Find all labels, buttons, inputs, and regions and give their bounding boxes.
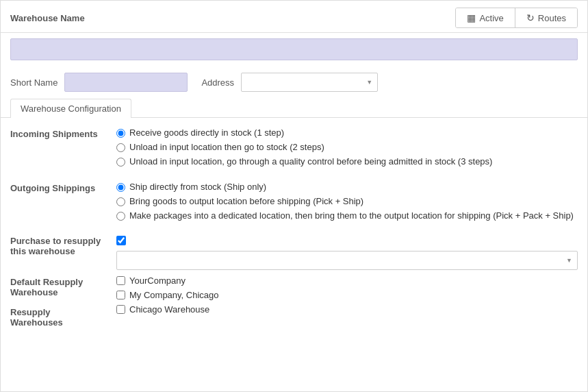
warehouse-checkbox-yourcompany[interactable]: YourCompany xyxy=(116,275,578,286)
purchase-resupply-label: Purchase to resupply this warehouse xyxy=(10,236,116,256)
warehouse-name-row xyxy=(1,33,587,66)
address-group: Address xyxy=(201,73,378,92)
outgoing-radio-2[interactable] xyxy=(116,197,125,206)
checkbox-my-company-chicago[interactable] xyxy=(116,291,125,299)
incoming-shipments-options: Receive goods directly in stock (1 step)… xyxy=(116,127,578,171)
purchase-checkbox-row xyxy=(116,236,578,245)
tab-bar: Warehouse Configuration xyxy=(10,99,578,118)
default-resupply-select-wrapper xyxy=(116,251,578,270)
header-buttons-group: ▦ Active ↻ Routes xyxy=(455,8,578,28)
outgoing-shippings-options: Ship directly from stock (Ship only) Bri… xyxy=(116,182,578,225)
resupply-warehouses-label: Resupply Warehouses xyxy=(10,307,116,328)
incoming-radio-2[interactable] xyxy=(116,143,125,152)
short-name-input[interactable] xyxy=(64,73,188,92)
routes-icon: ↻ xyxy=(526,12,535,23)
outgoing-shippings-label: Outgoing Shippings xyxy=(10,182,116,193)
resupply-controls: YourCompany My Company, Chicago Chicago … xyxy=(116,236,578,319)
active-icon: ▦ xyxy=(467,12,476,23)
incoming-shipments-label: Incoming Shipments xyxy=(10,127,116,139)
warehouse-name-input[interactable] xyxy=(10,38,578,60)
warehouse-checkbox-chicago[interactable]: My Company, Chicago xyxy=(116,290,578,300)
outgoing-shippings-row: Outgoing Shippings Ship directly from st… xyxy=(10,182,578,225)
header-row: Warehouse Name ▦ Active ↻ Routes xyxy=(1,1,587,33)
routes-button[interactable]: ↻ Routes xyxy=(515,8,577,27)
incoming-option-1[interactable]: Receive goods directly in stock (1 step) xyxy=(116,127,578,138)
incoming-shipments-row: Incoming Shipments Receive goods directl… xyxy=(10,127,578,171)
checkbox-yourcompany[interactable] xyxy=(116,276,125,285)
warehouse-checkbox-chicago-warehouse[interactable]: Chicago Warehouse xyxy=(116,304,578,315)
default-resupply-label: Default Resupply Warehouse xyxy=(10,277,116,297)
tab-section: Warehouse Configuration xyxy=(1,99,587,118)
address-select-wrapper xyxy=(241,73,378,92)
outgoing-option-1[interactable]: Ship directly from stock (Ship only) xyxy=(116,182,578,192)
warehouse-checkboxes: YourCompany My Company, Chicago Chicago … xyxy=(116,275,578,315)
active-button[interactable]: ▦ Active xyxy=(456,8,515,27)
checkbox-chicago-warehouse[interactable] xyxy=(116,305,125,314)
default-resupply-dropdown-row xyxy=(116,251,578,270)
address-label: Address xyxy=(201,77,234,88)
purchase-resupply-checkbox[interactable] xyxy=(116,236,126,245)
outgoing-radio-1[interactable] xyxy=(116,183,125,192)
incoming-option-3[interactable]: Unload in input location, go through a q… xyxy=(116,156,578,167)
resupply-section: Purchase to resupply this warehouse Defa… xyxy=(10,236,578,329)
outgoing-option-3[interactable]: Make packages into a dedicated location,… xyxy=(116,210,578,221)
fields-row: Short Name Address xyxy=(1,66,587,99)
resupply-labels: Purchase to resupply this warehouse Defa… xyxy=(10,236,116,329)
incoming-option-2[interactable]: Unload in input location then go to stoc… xyxy=(116,142,578,152)
main-container: Warehouse Name ▦ Active ↻ Routes Short N… xyxy=(0,0,588,392)
short-name-label: Short Name xyxy=(10,77,57,88)
outgoing-option-2[interactable]: Bring goods to output location before sh… xyxy=(116,196,578,206)
outgoing-radio-3[interactable] xyxy=(116,212,125,221)
incoming-radio-3[interactable] xyxy=(116,158,125,167)
default-resupply-select[interactable] xyxy=(116,251,578,270)
incoming-radio-1[interactable] xyxy=(116,129,125,138)
config-content: Incoming Shipments Receive goods directl… xyxy=(1,118,587,339)
address-select[interactable] xyxy=(241,73,378,92)
tab-warehouse-configuration[interactable]: Warehouse Configuration xyxy=(10,99,131,118)
short-name-group: Short Name xyxy=(10,73,188,92)
warehouse-name-label: Warehouse Name xyxy=(10,13,85,23)
